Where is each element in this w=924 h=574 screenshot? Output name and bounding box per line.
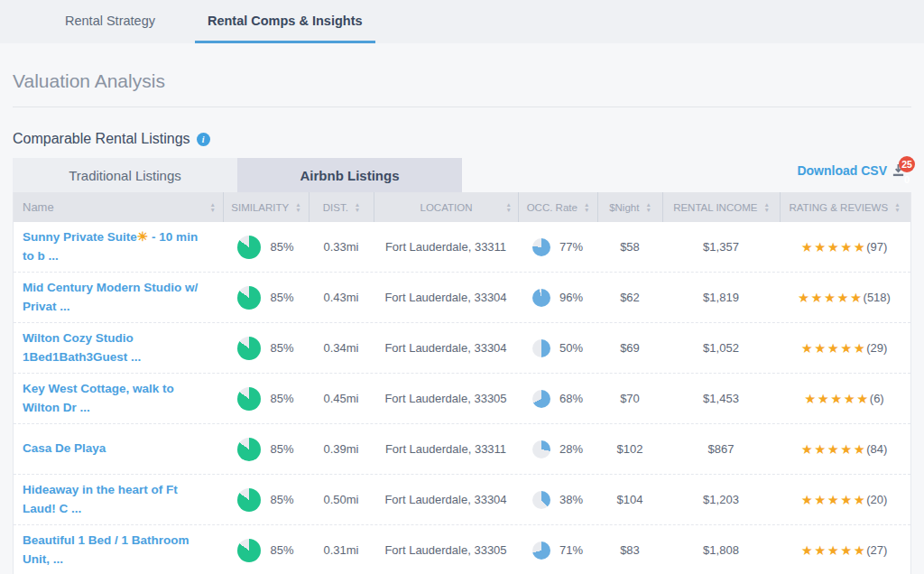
tab-rental-strategy[interactable]: Rental Strategy <box>52 0 168 43</box>
column-header-rating-reviews[interactable]: RATING & REVIEWS▲▼ <box>780 192 909 222</box>
similarity-pie-chart <box>237 539 261 562</box>
distance-value: 0.43mi <box>309 273 374 322</box>
sort-arrows-icon[interactable]: ▲▼ <box>506 202 512 212</box>
occupancy-pie-chart <box>532 289 550 307</box>
distance-value: 0.50mi <box>309 475 374 524</box>
download-csv-label: Download CSV <box>797 163 887 178</box>
distance-value: 0.39mi <box>309 424 374 474</box>
night-price-value: $104 <box>597 475 662 524</box>
tab-airbnb-listings[interactable]: Airbnb Listings <box>237 158 462 192</box>
column-header-name[interactable]: Name▲▼ <box>14 192 223 222</box>
location-value: Fort Lauderdale, 33305 <box>374 525 518 574</box>
rental-income-value: $1,819 <box>662 273 780 322</box>
listing-name-link[interactable]: Key West Cottage, walk to Wilton Dr ... <box>23 380 210 418</box>
night-price-value: $102 <box>597 424 662 474</box>
sort-arrows-icon[interactable]: ▲▼ <box>295 202 300 212</box>
night-price-value: $70 <box>597 374 662 423</box>
listing-name-link[interactable]: Sunny Private Suite☀ - 10 min to b ... <box>23 227 210 266</box>
review-count: (518) <box>864 291 891 304</box>
column-header--night[interactable]: $Night▲▼ <box>597 192 662 222</box>
listing-name-link[interactable]: Beautiful 1 Bed / 1 Bathroom Unit, ... <box>23 532 210 569</box>
star-rating: ★★★★★ <box>798 291 864 305</box>
similarity-value: 85% <box>270 543 293 557</box>
table-row: Wilton Cozy Studio 1Bed1Bath3Guest ... 8… <box>14 323 910 374</box>
column-header-label: RATING & REVIEWS <box>789 202 888 213</box>
distance-value: 0.45mi <box>309 374 374 423</box>
star-rating: ★★★★★ <box>801 543 867 558</box>
table-row: Mid Century Modern Studio w/ Privat ... … <box>14 273 910 323</box>
similarity-value: 85% <box>270 291 293 304</box>
distance-value: 0.34mi <box>309 323 374 373</box>
sort-arrows-icon[interactable]: ▲▼ <box>645 202 651 212</box>
sort-arrows-icon[interactable]: ▲▼ <box>584 202 589 212</box>
info-icon[interactable]: i <box>197 133 210 146</box>
occupancy-value: 71% <box>559 543 583 557</box>
table-body: Sunny Private Suite☀ - 10 min to b ... 8… <box>14 222 910 574</box>
page-title: Valuation Analysis <box>13 70 911 92</box>
location-value: Fort Lauderdale, 33304 <box>374 323 518 373</box>
column-header-label: OCC. Rate <box>527 202 578 213</box>
location-value: Fort Lauderdale, 33311 <box>374 222 518 272</box>
review-count: (27) <box>866 543 887 557</box>
sort-arrows-icon[interactable]: ▲▼ <box>210 202 216 212</box>
table-row: Sunny Private Suite☀ - 10 min to b ... 8… <box>14 222 910 273</box>
column-header-label: Name <box>23 200 54 214</box>
column-header-label: DIST. <box>323 202 348 213</box>
similarity-pie-chart <box>237 438 261 461</box>
section-title: Comparable Rental Listings <box>13 131 190 147</box>
night-price-value: $62 <box>597 273 662 322</box>
listing-name-link[interactable]: Casa De Playa <box>23 440 106 458</box>
similarity-value: 85% <box>270 341 293 355</box>
similarity-pie-chart <box>237 387 261 411</box>
column-header-occ-rate[interactable]: OCC. Rate▲▼ <box>518 192 597 222</box>
table-header-row: Name▲▼SIMILARITY▲▼DIST.▲▼LOCATION▲▼OCC. … <box>14 192 910 222</box>
listing-name-text: Wilton Cozy Studio 1Bed1Bath3Guest ... <box>23 331 141 364</box>
sort-arrows-icon[interactable]: ▲▼ <box>894 202 900 212</box>
listing-name-text: Casa De Playa <box>23 441 106 455</box>
occupancy-value: 38% <box>559 493 583 506</box>
similarity-value: 85% <box>270 240 293 254</box>
listing-name-link[interactable]: Wilton Cozy Studio 1Bed1Bath3Guest ... <box>23 329 210 367</box>
distance-value: 0.31mi <box>309 525 374 574</box>
review-count: (6) <box>870 392 884 405</box>
occupancy-value: 68% <box>559 392 583 405</box>
listing-name-link[interactable]: Mid Century Modern Studio w/ Privat ... <box>23 279 210 317</box>
divider <box>13 106 911 107</box>
rental-income-value: $1,808 <box>662 525 780 574</box>
occupancy-value: 28% <box>559 442 583 456</box>
review-count: (84) <box>866 442 887 456</box>
occupancy-value: 96% <box>559 291 583 304</box>
occupancy-pie-chart <box>532 440 550 458</box>
listing-tabs-row: Traditional Listings Airbnb Listings Dow… <box>13 158 911 192</box>
tab-traditional-listings[interactable]: Traditional Listings <box>13 158 237 192</box>
occupancy-pie-chart <box>532 390 550 408</box>
column-header-dist-[interactable]: DIST.▲▼ <box>309 192 374 222</box>
column-header-location[interactable]: LOCATION▲▼ <box>374 192 518 222</box>
rental-income-value: $1,203 <box>662 475 780 524</box>
listing-name-text: Beautiful 1 Bed / 1 Bathroom Unit, ... <box>23 533 189 566</box>
location-value: Fort Lauderdale, 33305 <box>374 374 518 423</box>
table-row: Key West Cottage, walk to Wilton Dr ... … <box>14 374 910 424</box>
sort-arrows-icon[interactable]: ▲▼ <box>763 202 769 212</box>
rental-income-value: $867 <box>662 424 780 474</box>
review-count: (20) <box>866 493 887 506</box>
similarity-pie-chart <box>237 236 261 259</box>
tab-rental-comps-insights[interactable]: Rental Comps & Insights <box>195 0 375 43</box>
column-header-label: SIMILARITY <box>231 202 289 213</box>
night-price-value: $69 <box>597 323 662 373</box>
listing-name-text: Key West Cottage, walk to Wilton Dr ... <box>23 382 174 414</box>
similarity-value: 85% <box>270 442 293 456</box>
rental-income-value: $1,357 <box>662 222 780 272</box>
sort-arrows-icon[interactable]: ▲▼ <box>355 202 360 212</box>
occupancy-pie-chart <box>532 491 550 509</box>
column-header-rental-income[interactable]: RENTAL INCOME▲▼ <box>662 192 780 222</box>
download-csv-link[interactable]: Download CSV 25 0 <box>797 163 906 178</box>
column-header-label: RENTAL INCOME <box>673 202 757 213</box>
comparable-listings-table: Name▲▼SIMILARITY▲▼DIST.▲▼LOCATION▲▼OCC. … <box>13 192 911 574</box>
review-count: (97) <box>866 240 887 254</box>
listing-name-text: Hideaway in the heart of Ft Laud! C ... <box>23 483 178 515</box>
listing-name-link[interactable]: Hideaway in the heart of Ft Laud! C ... <box>23 481 210 519</box>
listing-name-text: Mid Century Modern Studio w/ Privat ... <box>23 281 198 313</box>
column-header-similarity[interactable]: SIMILARITY▲▼ <box>223 192 309 222</box>
night-price-value: $83 <box>597 525 662 574</box>
